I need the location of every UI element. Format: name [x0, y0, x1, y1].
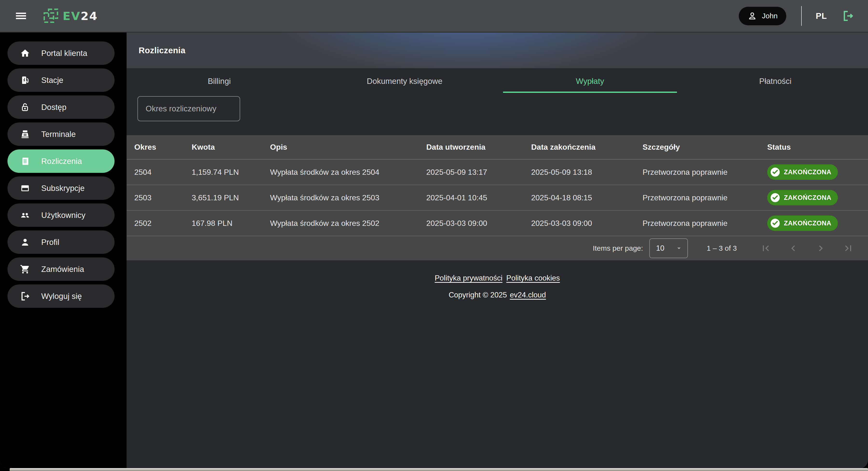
person-icon [747, 11, 757, 21]
sidebar-item-label: Rozliczenia [41, 157, 82, 166]
menu-icon [14, 9, 28, 23]
sidebar-item-profil[interactable]: Profil [7, 230, 115, 254]
check-circle-icon [770, 218, 781, 229]
status-badge-label: ZAKOŃCZONA [784, 168, 831, 176]
chevron-right-button[interactable] [815, 243, 827, 254]
sidebar-item-wyloguj-si-[interactable]: Wyloguj się [7, 284, 115, 308]
sidebar-item-stacje[interactable]: Stacje [7, 68, 115, 92]
brand-logo[interactable]: EV24 [43, 8, 98, 24]
cell-okres: 2503 [134, 193, 192, 202]
sidebar-item-rozliczenia[interactable]: Rozliczenia [7, 150, 115, 173]
sidebar-item-label: Portal klienta [41, 49, 87, 58]
column-header: Data zakończenia [531, 143, 643, 152]
table-row[interactable]: 2502167.98 PLNWypłata środków za okres 2… [127, 211, 868, 236]
sidebar-nav: Portal klientaStacjeDostępTerminaleRozli… [0, 33, 127, 469]
billing-period-input[interactable] [137, 96, 240, 121]
sidebar-item-label: Wyloguj się [41, 292, 82, 301]
cell-status: ZAKOŃCZONA [767, 216, 854, 231]
person-icon [20, 237, 30, 247]
page-size-select[interactable]: 10 [649, 239, 688, 258]
ev-station-icon [20, 75, 30, 85]
page-header: Rozliczenia [127, 33, 868, 68]
lock-open-icon [20, 102, 30, 112]
check-circle-icon [770, 166, 781, 178]
first-page-button[interactable] [760, 243, 772, 254]
page-size-value: 10 [656, 244, 664, 253]
home-icon [20, 48, 30, 58]
chevron-left-button[interactable] [787, 243, 799, 254]
check-circle-icon [770, 192, 781, 203]
language-button[interactable]: PL [816, 11, 827, 21]
chevron-right-icon [815, 243, 827, 254]
tab-bar: BillingiDokumenty księgoweWypłatyPłatnoś… [127, 68, 868, 94]
sidebar-item-dost-p[interactable]: Dostęp [7, 95, 115, 119]
cell-okres: 2504 [134, 168, 192, 177]
cell-opis: Wypłata środków za okres 2503 [270, 193, 426, 202]
column-header: Status [767, 143, 854, 152]
people-icon [20, 210, 30, 220]
cell-kwota: 3,651.19 PLN [192, 193, 270, 202]
filter-zone [127, 94, 868, 135]
page-range-label: 1 – 3 of 3 [707, 244, 737, 252]
privacy-policy-link[interactable]: Polityka prywatności [435, 274, 502, 283]
status-badge: ZAKOŃCZONA [767, 216, 838, 231]
tab-label: Billingi [208, 77, 231, 86]
topbar-divider [801, 6, 802, 26]
column-header: Kwota [192, 143, 270, 152]
logout-button[interactable] [842, 10, 854, 22]
hamburger-menu-button[interactable] [12, 7, 29, 24]
page-footer: Polityka prywatności Polityka cookies Co… [127, 260, 868, 469]
table-row[interactable]: 25033,651.19 PLNWypłata środków za okres… [127, 185, 868, 211]
tab-billingi[interactable]: Billingi [127, 68, 312, 94]
tab-label: Wypłaty [576, 77, 604, 86]
cell-szczegoly: Przetworzona poprawnie [643, 193, 767, 202]
cell-data-zakonczenia: 2025-05-09 13:18 [531, 168, 643, 177]
status-badge-label: ZAKOŃCZONA [784, 220, 831, 227]
sidebar-item-portal-klienta[interactable]: Portal klienta [7, 41, 115, 65]
credit-card-icon [20, 183, 30, 193]
table-row[interactable]: 25041,159.74 PLNWypłata środków za okres… [127, 160, 868, 185]
tab-wyp-aty[interactable]: Wypłaty [497, 68, 683, 94]
tab-label: Płatności [759, 77, 792, 86]
pos-terminal-icon [20, 129, 30, 139]
column-header: Opis [270, 143, 426, 152]
user-menu-button[interactable]: John [739, 7, 786, 25]
cell-data-utworzenia: 2025-04-01 10:45 [426, 193, 531, 202]
paginator-arrows [760, 243, 854, 254]
cell-szczegoly: Przetworzona poprawnie [643, 168, 767, 177]
table-header-row: OkresKwotaOpisData utworzeniaData zakońc… [127, 135, 868, 160]
column-header: Szczegóły [643, 143, 767, 152]
active-tab-indicator [503, 92, 677, 93]
receipt-icon [20, 156, 30, 166]
logout-icon [20, 291, 30, 301]
cookies-policy-link[interactable]: Polityka cookies [506, 274, 560, 283]
sidebar-item-label: Profil [41, 238, 59, 247]
status-badge-label: ZAKOŃCZONA [784, 194, 831, 201]
column-header: Data utworzenia [426, 143, 531, 152]
ev24-cloud-link[interactable]: ev24.cloud [510, 291, 546, 299]
paginator: Items per page: 10 1 – 3 of 3 [127, 236, 868, 260]
sidebar-item-zam-wienia[interactable]: Zamówienia [7, 257, 115, 281]
tab-p-atno-ci[interactable]: Płatności [683, 68, 868, 94]
copyright: Copyright © 2025ev24.cloud [127, 291, 868, 300]
top-bar: EV24 John PL [0, 0, 868, 33]
sidebar-item-label: Dostęp [41, 103, 66, 112]
app-window: EV24 John PL Portal klientaStacjeDostępT… [0, 0, 868, 469]
status-badge: ZAKOŃCZONA [767, 164, 838, 180]
chevron-left-icon [787, 243, 799, 254]
sidebar-item-label: Zamówienia [41, 265, 84, 274]
copyright-text: Copyright © 2025 [449, 291, 507, 299]
sidebar-item-subskrypcje[interactable]: Subskrypcje [7, 177, 115, 200]
sidebar-item-terminale[interactable]: Terminale [7, 122, 115, 146]
sidebar-item-label: Użytkownicy [41, 211, 85, 220]
tab-dokumenty-ksi-gowe[interactable]: Dokumenty księgowe [312, 68, 497, 94]
sidebar-item-u-ytkownicy[interactable]: Użytkownicy [7, 203, 115, 227]
footer-links: Polityka prywatności Polityka cookies [127, 274, 868, 283]
tab-label: Dokumenty księgowe [367, 77, 442, 86]
cart-icon [20, 264, 30, 274]
cell-szczegoly: Przetworzona poprawnie [643, 219, 767, 228]
items-per-page-label: Items per page: [593, 244, 643, 252]
page-title: Rozliczenia [138, 45, 185, 55]
last-page-button[interactable] [842, 243, 854, 254]
cell-data-zakonczenia: 2025-03-03 09:00 [531, 219, 643, 228]
